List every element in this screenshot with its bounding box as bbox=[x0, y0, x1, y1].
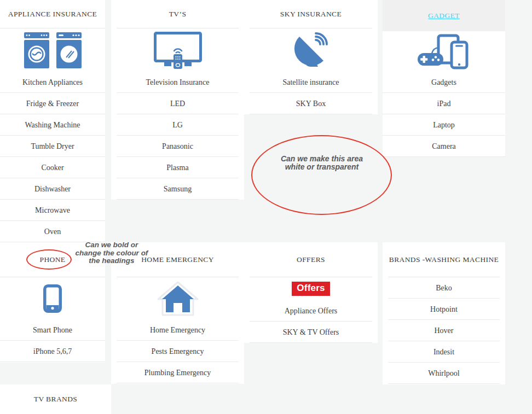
offers-badge[interactable]: Offers bbox=[292, 282, 329, 295]
tv-brands-heading[interactable]: TV BRANDS bbox=[0, 384, 111, 414]
house-icon bbox=[117, 277, 239, 319]
menu-item[interactable]: Hotpoint bbox=[388, 299, 500, 320]
tv-brands-section: TV BRANDS bbox=[0, 384, 111, 414]
menu-item[interactable]: Cooker bbox=[0, 157, 105, 178]
area-annotation-note: Can we make this area white or transpare… bbox=[262, 155, 382, 171]
menu-item[interactable]: iPhone 5,6,7 bbox=[0, 341, 105, 362]
menu-item[interactable]: iPad bbox=[383, 93, 505, 114]
menu-item[interactable]: Television Insurance bbox=[117, 72, 239, 93]
appliance-insurance-section: APPLIANCE INSURANCE K bbox=[0, 0, 105, 363]
tvs-heading[interactable]: TV’S bbox=[117, 0, 239, 28]
annotation-line: white or transparent bbox=[262, 163, 382, 171]
menu-item[interactable]: Kitchen Appliances bbox=[0, 72, 105, 93]
menu-item[interactable]: Hover bbox=[388, 320, 500, 341]
menu-item[interactable]: Oven bbox=[0, 221, 105, 242]
menu-item[interactable]: Plumbing Emergency bbox=[117, 362, 239, 383]
menu-item[interactable]: Microwave bbox=[0, 200, 105, 221]
menu-item[interactable]: Smart Phone bbox=[0, 319, 105, 341]
gadget-link[interactable]: GADGET bbox=[428, 11, 460, 20]
brands-washing-machine-section: BRANDS -WASHING MACHINE Beko Hotpoint Ho… bbox=[383, 242, 505, 384]
menu-item[interactable]: Panasonic bbox=[117, 136, 239, 157]
menu-item[interactable]: Camera bbox=[383, 136, 505, 157]
smartphone-icon bbox=[0, 277, 105, 319]
menu-item[interactable]: Satellite insurance bbox=[250, 72, 372, 93]
menu-item[interactable]: Beko bbox=[388, 277, 500, 299]
menu-item[interactable]: SKY Box bbox=[250, 93, 372, 114]
gadgets-cluster-icon bbox=[383, 31, 505, 72]
menu-item[interactable]: SKY & TV Offers bbox=[250, 322, 372, 343]
annotation-line: Can we bold or bbox=[67, 241, 156, 249]
sky-insurance-heading[interactable]: SKY INSURANCE bbox=[250, 0, 372, 28]
offers-section: OFFERS Offers Appliance Offers SKY & TV … bbox=[244, 242, 378, 343]
menu-item[interactable]: Laptop bbox=[383, 114, 505, 136]
menu-item[interactable]: Samsung bbox=[117, 178, 239, 200]
tv-with-remote-icon bbox=[117, 28, 239, 72]
offers-heading[interactable]: OFFERS bbox=[250, 242, 372, 277]
brands-washing-machine-heading[interactable]: BRANDS -WASHING MACHINE bbox=[388, 242, 500, 277]
menu-item[interactable]: LED bbox=[117, 93, 239, 114]
annotation-line: change the colour of bbox=[67, 249, 156, 258]
menu-item[interactable]: Fridge & Freezer bbox=[0, 93, 105, 114]
annotation-line: Can we make this area bbox=[262, 155, 382, 163]
menu-item[interactable]: Appliance Offers bbox=[250, 300, 372, 322]
menu-item[interactable]: Indesit bbox=[388, 341, 500, 363]
annotation-line: the headings bbox=[67, 257, 156, 265]
appliance-insurance-heading[interactable]: APPLIANCE INSURANCE bbox=[0, 0, 105, 28]
menu-item[interactable]: Whirlpool bbox=[388, 363, 500, 384]
tvs-section: TV’S Television Insurance LED LG Panason… bbox=[111, 0, 244, 200]
gadget-section: GADGET Gadgets iPad Laptop Camera bbox=[383, 0, 505, 157]
red-ellipse-annotation bbox=[251, 135, 392, 215]
sky-insurance-section: SKY INSURANCE Satellite insurance SKY Bo… bbox=[244, 0, 378, 114]
menu-item[interactable]: Washing Machine bbox=[0, 114, 105, 136]
satellite-dish-icon bbox=[250, 28, 372, 72]
menu-item[interactable]: Pests Emergency bbox=[117, 341, 239, 362]
menu-item[interactable]: Gadgets bbox=[383, 72, 505, 93]
washing-machines-icon bbox=[0, 28, 105, 72]
headings-annotation-note: Can we bold or change the colour of the … bbox=[67, 241, 156, 265]
menu-item[interactable]: Tumble Dryer bbox=[0, 136, 105, 157]
menu-item[interactable]: Plasma bbox=[117, 157, 239, 178]
menu-item[interactable]: LG bbox=[117, 114, 239, 136]
gadget-header-box: GADGET bbox=[383, 0, 505, 31]
menu-item[interactable]: Dishwasher bbox=[0, 178, 105, 200]
menu-item[interactable]: Home Emergency bbox=[117, 319, 239, 341]
